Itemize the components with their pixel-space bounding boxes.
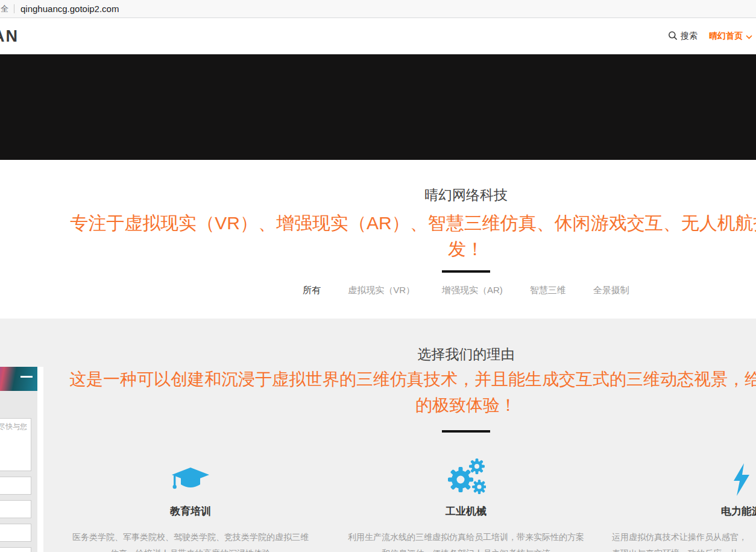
hero-banner: [0, 54, 756, 160]
feature-description: 运用虚拟仿真技术让操作员从感官， 表现出与真实环境一致的反应，从: [612, 529, 756, 552]
tab-ar[interactable]: 增强现实（AR): [442, 285, 503, 296]
contact-input-1[interactable]: [0, 477, 31, 495]
chevron-down-icon: [746, 31, 752, 41]
tab-smart-3d[interactable]: 智慧三维: [530, 285, 566, 296]
site-logo[interactable]: QINGHUAN: [0, 18, 11, 54]
reasons-subtitle-line2: 的极致体验！: [415, 394, 517, 417]
reasons-subtitle-line1: 这是一种可以创建和沉浸于虚拟世界的三维仿真技术，并且能生成交互式的三维动态视景，…: [69, 368, 756, 391]
gears-icon: [446, 458, 486, 496]
search-icon: [668, 31, 678, 42]
section-intro: 晴幻网络科技 专注于虚拟现实（VR）、增强现实（AR）、智慧三维仿真、休闲游戏交…: [0, 160, 756, 319]
site-header: QINGHUAN 搜索 晴幻首页: [0, 18, 756, 54]
nav-home-label: 晴幻首页: [709, 31, 743, 42]
contact-form: [0, 391, 37, 552]
tab-panorama[interactable]: 全景摄制: [593, 285, 629, 296]
contact-input-3[interactable]: [0, 524, 31, 542]
minimize-icon[interactable]: [20, 376, 33, 378]
reasons-title: 选择我们的理由: [418, 345, 515, 364]
contact-input-2[interactable]: [0, 500, 31, 518]
message-textarea[interactable]: [0, 418, 31, 471]
intro-title: 晴幻网络科技: [424, 186, 508, 205]
feature-description: 利用生产流水线的三维虚拟仿真给员工培训，带来实际性的方案 和信息评估，便捷各部门…: [336, 529, 596, 552]
intro-subtitle-line1: 专注于虚拟现实（VR）、增强现实（AR）、智慧三维仿真、休闲游戏交互、无人机航拍…: [70, 211, 756, 236]
tab-vr[interactable]: 虚拟现实（VR）: [348, 285, 415, 296]
feature-title: 工业机械: [446, 504, 487, 518]
feature-title: 电力能源: [721, 504, 756, 518]
reasons-divider: [442, 430, 490, 433]
category-tabs: 所有 虚拟现实（VR） 增强现实（AR) 智慧三维 全景摄制: [303, 285, 629, 296]
feature-education: 教育培训 医务类学院、军事类院校、驾驶类学院、竞技类学院的虚拟三维 仿真，给培训…: [61, 458, 320, 552]
security-label: 不安全: [0, 4, 9, 14]
lightning-icon: [732, 458, 751, 496]
url-text[interactable]: qinghuancg.gotoip2.com: [20, 4, 119, 14]
search-button[interactable]: 搜索: [668, 18, 698, 54]
address-bar-separator: [14, 4, 14, 13]
search-label: 搜索: [681, 31, 698, 42]
nav-home-menu[interactable]: 晴幻首页: [709, 18, 752, 54]
graduation-cap-icon: [171, 458, 210, 496]
browser-address-bar[interactable]: 不安全 qinghuancg.gotoip2.com: [0, 0, 756, 18]
tab-all[interactable]: 所有: [303, 285, 321, 296]
feature-description: 医务类学院、军事类院校、驾驶类学院、竞技类学院的虚拟三维 仿真，给培训人员带来的…: [61, 529, 320, 552]
feature-energy: 电力能源 运用虚拟仿真技术让操作员从感官， 表现出与真实环境一致的反应，从: [612, 458, 756, 552]
contact-widget-banner-image: [0, 367, 37, 391]
contact-widget: [0, 367, 43, 552]
feature-title: 教育培训: [170, 504, 211, 518]
page: 不安全 qinghuancg.gotoip2.com QINGHUAN 搜索 晴…: [0, 0, 756, 552]
intro-subtitle-line2: 发！: [448, 237, 484, 262]
contact-input-4[interactable]: [0, 547, 31, 552]
intro-divider: [442, 270, 490, 273]
section-reasons: 选择我们的理由 这是一种可以创建和沉浸于虚拟世界的三维仿真技术，并且能生成交互式…: [0, 319, 756, 552]
feature-industry: 工业机械 利用生产流水线的三维虚拟仿真给员工培训，带来实际性的方案 和信息评估，…: [336, 458, 596, 552]
